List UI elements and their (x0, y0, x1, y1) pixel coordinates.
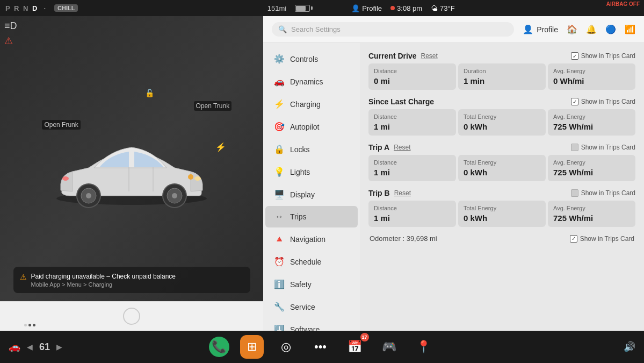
current-drive-show-checkbox[interactable]: ✓ Show in Trips Card (571, 52, 635, 60)
arrow-left-icon: ◀ (27, 343, 33, 351)
recording-indicator: 3:08 pm (390, 4, 422, 12)
duration-value: 1 min (464, 76, 540, 86)
trip-a-title: Trip A (368, 143, 389, 152)
trip-a-reset[interactable]: Reset (394, 144, 410, 151)
current-drive-duration: Duration 1 min (458, 63, 546, 90)
trips-icon: ↔️ (274, 212, 285, 222)
open-frunk-label[interactable]: Open Frunk (42, 120, 80, 130)
trip-b-show-label: Show in Trips Card (581, 189, 635, 197)
since-last-charge-title: Since Last Charge (368, 97, 434, 106)
sidebar-item-safety[interactable]: ℹ️ Safety (265, 273, 358, 295)
trip-b-totalenergy-value: 0 kWh (464, 213, 540, 223)
media-button[interactable]: ⊞ (240, 335, 264, 359)
alert-subtext: Mobile App > Menu > Charging (31, 281, 176, 288)
sidebar-item-charging[interactable]: ⚡ Charging (265, 93, 358, 115)
sidebar-item-software[interactable]: ⬇️ Software (265, 318, 358, 331)
search-area[interactable]: 🔍 Search Settings (272, 22, 514, 37)
settings-sidebar: ⚙️ Controls 🚗 Dynamics ⚡ Charging 🎯 Auto… (263, 43, 360, 331)
profile-status[interactable]: 👤 Profile (351, 4, 382, 12)
trip-b-avgenergy-value: 725 Wh/mi (553, 213, 630, 223)
sidebar-item-navigation[interactable]: 🔺 Navigation (265, 228, 358, 250)
trip-a-avgenergy: Avg. Energy 725 Wh/mi (548, 155, 635, 181)
locks-label: Locks (290, 145, 310, 154)
games-button[interactable]: 🎮 (378, 335, 401, 359)
sidebar-item-display[interactable]: 🖥️ Display (265, 183, 358, 205)
avgenergy-value: 0 Wh/mi (553, 76, 630, 86)
phone-button[interactable]: 📞 (209, 337, 229, 357)
camera-button[interactable]: ◎ (274, 335, 298, 359)
charging-icon: ⚡ (274, 99, 285, 109)
more-button[interactable]: ••• (309, 335, 332, 359)
safety-label: Safety (290, 280, 312, 289)
software-label: Software (290, 325, 320, 331)
sidebar-item-dynamics[interactable]: 🚗 Dynamics (265, 70, 358, 92)
dot-1 (24, 324, 27, 326)
trips-label: Trips (290, 212, 307, 221)
lights-icon: 💡 (274, 167, 285, 177)
sidebar-item-autopilot[interactable]: 🎯 Autopilot (265, 116, 358, 138)
odo-show-label: Show in Trips Card (580, 235, 634, 243)
trip-a-totalenergy-value: 0 kWh (464, 168, 540, 177)
since-last-charge-show-checkbox[interactable]: ✓ Show in Trips Card (571, 98, 635, 105)
autopilot-label: Autopilot (290, 123, 319, 131)
distance-value: 0 mi (374, 76, 451, 86)
signal-icon: 📶 (625, 24, 635, 34)
odometer-text: Odometer : 39,698 mi (370, 234, 437, 243)
status-bar-center: 151mi 👤 Profile 3:08 pm 🌤 73°F (78, 4, 644, 12)
dot-3 (33, 324, 35, 326)
sidebar-item-schedule[interactable]: ⏰ Schedule (265, 251, 358, 273)
sidebar-item-trips[interactable]: ↔️ Trips (265, 206, 358, 227)
safety-icon: ℹ️ (274, 279, 285, 289)
open-trunk-label[interactable]: Open Trunk (194, 101, 232, 111)
gear-number: 61 (39, 341, 50, 353)
profile-button[interactable]: 👤 Profile (523, 24, 558, 34)
trip-b-reset[interactable]: Reset (394, 189, 411, 197)
service-label: Service (290, 303, 315, 311)
right-panel: 🔍 Search Settings 👤 Profile 🏠 🔔 🔵 📶 ⚙️ (263, 16, 644, 331)
slc-avgenergy-value: 725 Wh/mi (553, 122, 630, 131)
bell-icon[interactable]: 🔔 (586, 24, 597, 34)
bluetooth-icon[interactable]: 🔵 (605, 24, 616, 34)
trip-a-avgenergy-value: 725 Wh/mi (553, 168, 630, 177)
slc-distance-value: 1 mi (374, 122, 451, 131)
current-drive-show-label: Show in Trips Card (581, 52, 635, 60)
bottom-strip (0, 301, 263, 331)
current-drive-reset[interactable]: Reset (421, 52, 437, 60)
slc-show-label: Show in Trips Card (581, 98, 635, 105)
trip-a-distance-label: Distance (374, 159, 451, 166)
trip-b-show-checkbox[interactable]: Show in Trips Card (571, 189, 635, 197)
sidebar-item-controls[interactable]: ⚙️ Controls (265, 48, 358, 70)
sidebar-item-service[interactable]: 🔧 Service (265, 296, 358, 318)
trip-a-totalenergy: Total Energy 0 kWh (458, 155, 546, 181)
home-button[interactable] (123, 308, 140, 325)
trip-a-show-label: Show in Trips Card (581, 144, 635, 151)
volume-icon[interactable]: 🔊 (624, 341, 635, 352)
prnd-indicator: P R N D (5, 4, 38, 12)
trip-a-distance-value: 1 mi (374, 168, 451, 177)
display-label: Display (290, 190, 315, 199)
profile-icon: 👤 (351, 4, 360, 12)
controls-label: Controls (290, 55, 318, 63)
slc-avgenergy-label: Avg. Energy (553, 113, 630, 120)
current-drive-checkbox-mark: ✓ (571, 52, 578, 60)
calendar-button[interactable]: 📅 17 (343, 335, 367, 359)
sidebar-item-locks[interactable]: 🔒 Locks (265, 138, 358, 160)
settings-body: ⚙️ Controls 🚗 Dynamics ⚡ Charging 🎯 Auto… (263, 43, 644, 331)
trip-a-show-checkbox[interactable]: Show in Trips Card (571, 144, 635, 151)
left-panel: ≡D ⚠ (0, 16, 263, 331)
search-icon: 🔍 (278, 25, 287, 33)
current-drive-metrics: Distance 0 mi Duration 1 min Avg. Energy… (368, 63, 635, 90)
sidebar-item-lights[interactable]: 💡 Lights (265, 161, 358, 183)
odometer-show-checkbox[interactable]: ✓ Show in Trips Card (570, 235, 634, 243)
since-last-charge-metrics: Distance 1 mi Total Energy 0 kWh Avg. En… (368, 109, 635, 136)
trips-content: Current Drive Reset ✓ Show in Trips Card… (360, 43, 644, 331)
home-icon[interactable]: 🏠 (567, 24, 577, 34)
mode-badge: CHILL (54, 4, 78, 12)
header-right: 👤 Profile 🏠 🔔 🔵 📶 (523, 24, 635, 34)
trip-a-checkbox-mark (571, 144, 578, 151)
slc-totalenergy-label: Total Energy (464, 113, 540, 120)
settings-header: 🔍 Search Settings 👤 Profile 🏠 🔔 🔵 📶 (263, 16, 644, 43)
nav-button[interactable]: 📍 (412, 335, 436, 359)
trip-b-distance-value: 1 mi (374, 213, 451, 223)
search-placeholder: Search Settings (291, 25, 341, 33)
